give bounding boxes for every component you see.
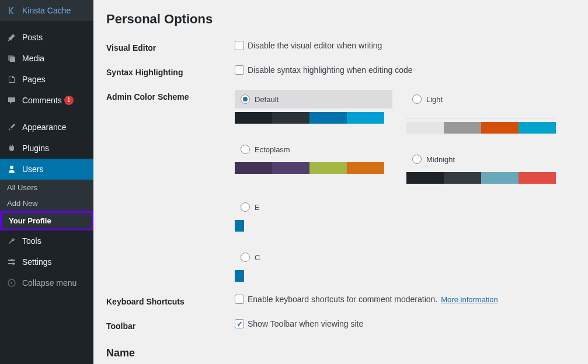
menu-item-kinsta-cache[interactable]: Kinsta Cache xyxy=(0,0,93,21)
scheme-swatches xyxy=(406,122,564,134)
menu-item-tools[interactable]: Tools xyxy=(0,230,93,251)
sliders-icon xyxy=(6,256,18,268)
scheme-radio[interactable] xyxy=(241,202,250,212)
menu-label: Tools xyxy=(22,236,41,246)
swatch xyxy=(481,172,519,184)
svg-point-1 xyxy=(12,262,15,265)
swatch xyxy=(406,122,444,134)
user-icon xyxy=(6,163,18,175)
menu-label: Users xyxy=(22,164,44,174)
scheme-name: Ectoplasm xyxy=(255,145,290,154)
swatch xyxy=(272,162,309,174)
personal-options-heading: Personal Options xyxy=(106,12,576,27)
collapse-icon xyxy=(6,277,18,289)
swatch xyxy=(406,172,444,184)
menu-item-media[interactable]: Media xyxy=(0,48,93,69)
users-submenu: All UsersAdd NewYour Profile xyxy=(0,180,93,230)
menu-label: Media xyxy=(22,54,44,63)
toolbar-text: Show Toolbar when viewing site xyxy=(248,319,363,328)
menu-item-settings[interactable]: Settings xyxy=(0,251,93,272)
menu-item-appearance[interactable]: Appearance xyxy=(0,117,93,138)
plug-icon xyxy=(6,142,18,154)
scheme-default[interactable]: Default xyxy=(235,90,392,124)
scheme-radio[interactable] xyxy=(241,94,250,104)
pin-icon xyxy=(6,32,18,43)
swatch xyxy=(347,112,384,124)
scheme-name: Midnight xyxy=(426,155,455,164)
keyboard-checkbox[interactable] xyxy=(235,295,244,304)
visual-editor-label: Visual Editor xyxy=(106,41,235,52)
brush-icon xyxy=(6,121,18,133)
scheme-radio[interactable] xyxy=(412,155,422,164)
scheme-midnight[interactable]: Midnight xyxy=(406,150,564,184)
menu-label: Pages xyxy=(22,75,46,84)
syntax-text: Disable syntax highlighting when editing… xyxy=(248,65,413,75)
scheme-ectoplasm[interactable]: Ectoplasm xyxy=(235,140,392,174)
scheme-name: Light xyxy=(426,95,443,104)
swatch xyxy=(347,162,384,174)
swatch xyxy=(309,162,347,174)
scheme-swatches xyxy=(406,172,564,184)
keyboard-more-link[interactable]: More information xyxy=(441,295,498,304)
scheme-radio[interactable] xyxy=(241,253,250,262)
swatch xyxy=(235,220,244,232)
menu-item-posts[interactable]: Posts xyxy=(0,27,93,48)
menu-item-collapse-menu[interactable]: Collapse menu xyxy=(0,272,93,293)
wrench-icon xyxy=(6,235,18,247)
profile-content: Personal Options Visual Editor Disable t… xyxy=(93,0,588,364)
scheme-radio[interactable] xyxy=(241,145,250,154)
toolbar-label: Toolbar xyxy=(106,319,235,331)
scheme-c[interactable]: C xyxy=(235,248,392,282)
syntax-label: Syntax Highlighting xyxy=(106,65,235,77)
swatch xyxy=(235,162,272,174)
swatch xyxy=(481,122,519,134)
scheme-swatches xyxy=(235,162,392,174)
admin-sidebar: Kinsta CachePostsMediaPagesComments1Appe… xyxy=(0,0,93,364)
svg-point-0 xyxy=(11,259,13,261)
page-icon xyxy=(6,74,18,85)
syntax-checkbox[interactable] xyxy=(235,65,244,75)
swatch xyxy=(272,112,309,124)
menu-item-users[interactable]: Users xyxy=(0,159,93,180)
swatch xyxy=(519,172,556,184)
menu-item-pages[interactable]: Pages xyxy=(0,69,93,90)
scheme-light[interactable]: Light xyxy=(406,90,564,134)
swatch xyxy=(444,122,481,134)
scheme-e[interactable]: E xyxy=(235,198,392,232)
keyboard-label: Keyboard Shortcuts xyxy=(106,295,235,306)
menu-item-comments[interactable]: Comments1 xyxy=(0,90,93,111)
visual-editor-text: Disable the visual editor when writing xyxy=(248,41,382,50)
active-arrow-icon xyxy=(93,164,98,174)
menu-label: Settings xyxy=(22,257,52,267)
menu-label: Plugins xyxy=(22,144,49,153)
menu-label: Collapse menu xyxy=(22,278,76,288)
scheme-radio[interactable] xyxy=(412,94,422,104)
scheme-name: Default xyxy=(255,95,279,104)
swatch xyxy=(235,270,244,282)
scheme-swatches xyxy=(235,270,392,282)
scheme-swatches xyxy=(235,112,392,124)
menu-label: Kinsta Cache xyxy=(22,6,71,15)
comment-icon xyxy=(6,94,18,106)
swatch xyxy=(444,172,481,184)
submenu-item-your-profile[interactable]: Your Profile xyxy=(0,211,93,230)
name-heading: Name xyxy=(106,347,576,359)
keyboard-text: Enable keyboard shortcuts for comment mo… xyxy=(248,295,437,304)
toolbar-checkbox[interactable] xyxy=(235,319,244,328)
submenu-item-all-users[interactable]: All Users xyxy=(0,180,93,195)
submenu-item-add-new[interactable]: Add New xyxy=(0,195,93,211)
scheme-swatches xyxy=(235,220,392,232)
color-scheme-label: Admin Color Scheme xyxy=(106,90,235,102)
menu-label: Appearance xyxy=(22,123,67,132)
visual-editor-checkbox[interactable] xyxy=(235,41,244,50)
kinsta-icon xyxy=(6,5,18,16)
comments-badge: 1 xyxy=(64,96,74,105)
swatch xyxy=(519,122,556,134)
scheme-name: C xyxy=(255,253,260,262)
swatch xyxy=(235,112,272,124)
menu-label: Comments xyxy=(22,96,62,105)
media-icon xyxy=(6,52,18,64)
swatch xyxy=(309,112,347,124)
menu-item-plugins[interactable]: Plugins xyxy=(0,138,93,159)
scheme-name: E xyxy=(255,203,260,212)
